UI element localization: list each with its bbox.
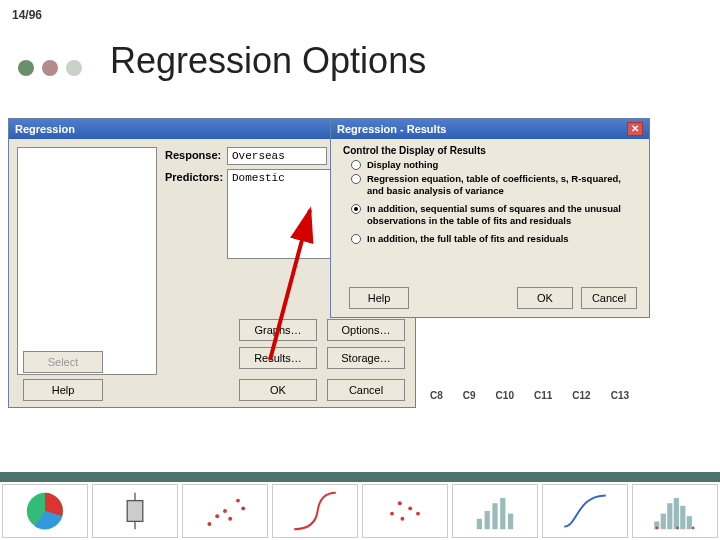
svg-rect-26 bbox=[687, 516, 692, 529]
results-button[interactable]: Results… bbox=[239, 347, 317, 369]
results-titlebar: Regression - Results ✕ bbox=[331, 119, 649, 139]
radio-full[interactable]: In addition, the full table of fits and … bbox=[351, 233, 639, 245]
svg-point-7 bbox=[223, 509, 227, 513]
svg-rect-25 bbox=[680, 506, 685, 529]
thumb-box[interactable] bbox=[92, 484, 178, 538]
slide-counter: 14/96 bbox=[12, 8, 42, 22]
radio-icon bbox=[351, 174, 361, 184]
results-help-button[interactable]: Help bbox=[349, 287, 409, 309]
svg-rect-17 bbox=[485, 511, 490, 529]
radio-display-nothing[interactable]: Display nothing bbox=[351, 159, 639, 171]
svg-point-28 bbox=[676, 527, 679, 530]
page-title: Regression Options bbox=[110, 40, 426, 82]
svg-point-27 bbox=[656, 527, 659, 530]
graphs-button[interactable]: Graphs… bbox=[239, 319, 317, 341]
results-title: Regression - Results bbox=[337, 123, 446, 135]
regression-title: Regression bbox=[15, 123, 75, 135]
svg-point-13 bbox=[400, 517, 404, 521]
svg-rect-18 bbox=[492, 503, 497, 529]
results-group-title: Control the Display of Results bbox=[343, 145, 486, 156]
results-dialog: Regression - Results ✕ Control the Displ… bbox=[330, 118, 650, 318]
results-cancel-button[interactable]: Cancel bbox=[581, 287, 637, 309]
thumb-scatter2[interactable] bbox=[362, 484, 448, 538]
radio-label: Display nothing bbox=[367, 159, 438, 171]
thumb-sigmoid[interactable] bbox=[542, 484, 628, 538]
dot-icon bbox=[18, 60, 34, 76]
col-header: C8 bbox=[430, 390, 443, 401]
svg-rect-2 bbox=[127, 501, 143, 522]
svg-point-9 bbox=[236, 499, 240, 503]
dot-icon bbox=[42, 60, 58, 76]
svg-point-8 bbox=[228, 517, 232, 521]
radio-label: Regression equation, table of coefficien… bbox=[367, 173, 639, 197]
thumb-pie[interactable] bbox=[2, 484, 88, 538]
col-header: C9 bbox=[463, 390, 476, 401]
radio-icon bbox=[351, 234, 361, 244]
variables-listbox[interactable] bbox=[17, 147, 157, 375]
col-header: C10 bbox=[496, 390, 514, 401]
svg-rect-16 bbox=[477, 519, 482, 529]
help-button[interactable]: Help bbox=[23, 379, 103, 401]
close-icon[interactable]: ✕ bbox=[627, 122, 643, 136]
results-ok-button[interactable]: OK bbox=[517, 287, 573, 309]
radio-icon bbox=[351, 204, 361, 214]
select-button: Select bbox=[23, 351, 103, 373]
options-button[interactable]: Options… bbox=[327, 319, 405, 341]
thumb-hist[interactable] bbox=[632, 484, 718, 538]
radio-basic[interactable]: Regression equation, table of coefficien… bbox=[351, 173, 639, 197]
svg-point-15 bbox=[416, 512, 420, 516]
decor-dots bbox=[18, 60, 82, 76]
svg-point-12 bbox=[398, 501, 402, 505]
svg-rect-22 bbox=[661, 514, 666, 530]
svg-rect-24 bbox=[674, 498, 679, 529]
thumb-curve[interactable] bbox=[272, 484, 358, 538]
thumb-scatter1[interactable] bbox=[182, 484, 268, 538]
svg-rect-23 bbox=[667, 503, 672, 529]
svg-point-11 bbox=[390, 512, 394, 516]
storage-button[interactable]: Storage… bbox=[327, 347, 405, 369]
ok-button[interactable]: OK bbox=[239, 379, 317, 401]
spreadsheet-columns: C8 C9 C10 C11 C12 C13 bbox=[430, 390, 629, 401]
svg-rect-19 bbox=[500, 498, 505, 529]
svg-point-5 bbox=[207, 522, 211, 526]
radio-sequential[interactable]: In addition, sequential sums of squares … bbox=[351, 203, 639, 227]
svg-point-14 bbox=[408, 506, 412, 510]
radio-icon bbox=[351, 160, 361, 170]
thumbnail-strip bbox=[0, 472, 720, 540]
predictors-label: Predictors: bbox=[165, 171, 223, 183]
dot-icon bbox=[66, 60, 82, 76]
radio-label: In addition, sequential sums of squares … bbox=[367, 203, 639, 227]
response-input[interactable]: Overseas bbox=[227, 147, 327, 165]
col-header: C12 bbox=[572, 390, 590, 401]
radio-label: In addition, the full table of fits and … bbox=[367, 233, 569, 245]
thumb-bars[interactable] bbox=[452, 484, 538, 538]
col-header: C11 bbox=[534, 390, 552, 401]
svg-point-29 bbox=[692, 527, 695, 530]
response-label: Response: bbox=[165, 149, 221, 161]
svg-point-10 bbox=[241, 506, 245, 510]
svg-rect-20 bbox=[508, 514, 513, 530]
cancel-button[interactable]: Cancel bbox=[327, 379, 405, 401]
svg-point-6 bbox=[215, 514, 219, 518]
col-header: C13 bbox=[611, 390, 629, 401]
